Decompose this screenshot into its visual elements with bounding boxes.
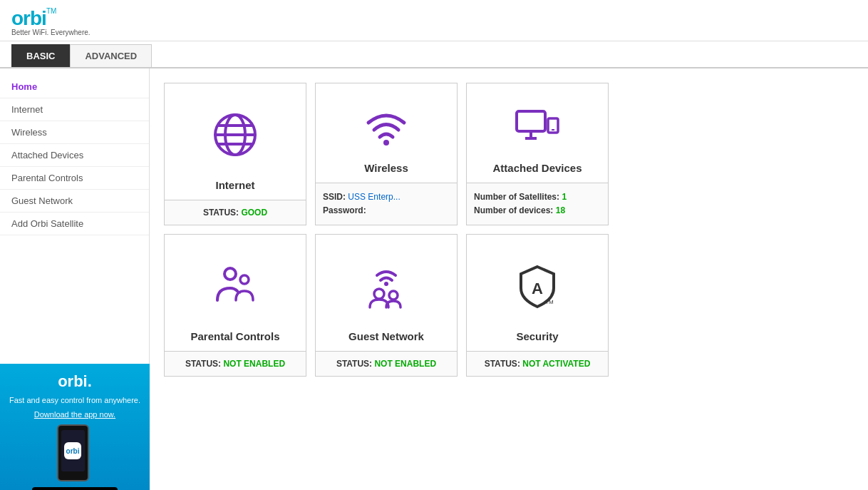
logo-tm: TM [46, 7, 56, 15]
parental-controls-status-value: NOT ENABLED [223, 359, 285, 369]
tab-basic[interactable]: BASIC [11, 44, 70, 67]
svg-rect-6 [517, 111, 545, 131]
sidebar-item-attached-devices[interactable]: Attached Devices [0, 144, 149, 167]
svg-point-16 [389, 291, 398, 300]
ad-download-link[interactable]: Download the app now. [9, 410, 141, 419]
wireless-info: SSID: USS Enterp... Password: [316, 183, 457, 225]
parental-icon [203, 235, 267, 330]
svg-point-14 [384, 282, 388, 286]
sidebar: Home Internet Wireless Attached Devices … [0, 68, 150, 490]
wireless-ssid-value: USS Enterp... [348, 192, 400, 202]
svg-point-5 [383, 140, 389, 146]
svg-point-15 [374, 289, 384, 299]
globe-icon [203, 83, 267, 179]
card-parental-controls[interactable]: Parental Controls STATUS: NOT ENABLED [164, 234, 306, 377]
guest-network-icon [354, 235, 418, 330]
header: orbi TM Better WiFi. Everywhere. [0, 0, 868, 41]
svg-text:TM: TM [545, 299, 554, 305]
tab-bar: BASIC ADVANCED [0, 44, 868, 68]
shield-icon: A TM [505, 235, 569, 330]
cards-grid: Internet STATUS: GOOD Wireless [164, 83, 854, 377]
security-status-value: NOT ACTIVATED [522, 359, 590, 369]
card-wireless[interactable]: Wireless SSID: USS Enterp... Password: [315, 83, 458, 225]
parental-controls-label: Parental Controls [190, 330, 279, 351]
card-security[interactable]: A TM Security STATUS: NOT ACTIVATED [466, 234, 609, 377]
logo-tagline: Better WiFi. Everywhere. [11, 29, 857, 36]
card-guest-network[interactable]: Guest Network STATUS: NOT ENABLED [315, 234, 458, 377]
wireless-label: Wireless [364, 162, 408, 183]
sidebar-item-wireless[interactable]: Wireless [0, 121, 149, 144]
devices-icon [505, 83, 569, 162]
guest-network-status: STATUS: NOT ENABLED [316, 351, 457, 376]
ad-banner-container: orbi. Fast and easy control from anywher… [0, 364, 149, 490]
svg-text:A: A [532, 280, 543, 297]
sidebar-item-home[interactable]: Home [0, 76, 149, 98]
logo: orbi TM Better WiFi. Everywhere. [11, 7, 857, 36]
sidebar-item-add-orbi-satellite[interactable]: Add Orbi Satellite [0, 213, 149, 235]
ad-banner: orbi. Fast and easy control from anywher… [0, 364, 150, 490]
satellites-value: 1 [562, 192, 567, 202]
internet-status-value: GOOD [241, 208, 267, 218]
sidebar-item-internet[interactable]: Internet [0, 98, 149, 121]
attached-devices-label: Attached Devices [492, 162, 582, 183]
card-attached-devices[interactable]: Attached Devices Number of Satellites: 1… [466, 83, 609, 225]
tab-advanced[interactable]: ADVANCED [70, 44, 152, 67]
guest-network-label: Guest Network [348, 330, 424, 351]
svg-point-11 [224, 268, 236, 280]
sidebar-item-parental-controls[interactable]: Parental Controls [0, 167, 149, 190]
sidebar-item-guest-network[interactable]: Guest Network [0, 190, 149, 213]
internet-label: Internet [215, 179, 254, 200]
parental-controls-status: STATUS: NOT ENABLED [165, 351, 306, 376]
main-layout: Home Internet Wireless Attached Devices … [0, 68, 868, 490]
wifi-icon [354, 83, 418, 162]
attached-devices-info: Number of Satellites: 1 Number of device… [467, 183, 608, 225]
main-content: Internet STATUS: GOOD Wireless [150, 68, 868, 490]
svg-point-12 [240, 275, 249, 284]
internet-status: STATUS: GOOD [165, 200, 306, 225]
appstore-button[interactable]: Download on the App Store [32, 487, 118, 490]
ad-orbi-logo: orbi. [9, 372, 141, 391]
guest-network-status-value: NOT ENABLED [374, 359, 436, 369]
logo-text: orbi [11, 7, 46, 30]
devices-value: 18 [556, 205, 565, 215]
security-status: STATUS: NOT ACTIVATED [467, 351, 608, 376]
security-label: Security [516, 330, 558, 351]
card-internet[interactable]: Internet STATUS: GOOD [164, 83, 306, 225]
ad-text: Fast and easy control from anywhere. [9, 395, 141, 406]
